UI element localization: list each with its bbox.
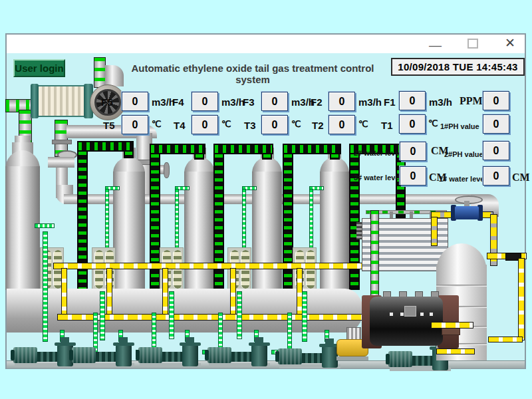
fan-outlet-duct bbox=[105, 65, 124, 86]
flow-f2-unit: m3/h bbox=[358, 96, 382, 108]
temp-t3-label: T3 bbox=[244, 120, 256, 131]
drain-pipe bbox=[169, 291, 174, 339]
water3-value: 0 bbox=[400, 166, 426, 186]
boiler-outlet-pipe bbox=[431, 322, 473, 329]
liquid-pipe bbox=[61, 268, 67, 315]
flow-pipe bbox=[94, 57, 106, 88]
temp-t4-label: T4 bbox=[174, 120, 186, 131]
liquid-pipe bbox=[162, 268, 168, 315]
storage-column bbox=[5, 166, 40, 290]
ph1-value: 0 bbox=[483, 114, 509, 134]
flow-f3-label: F3 bbox=[243, 96, 255, 108]
flow-f1-value: 0 bbox=[399, 91, 426, 110]
page-title: Automatic ethylene oxide tail gas treatm… bbox=[120, 63, 386, 85]
scrubber-feed-pipe bbox=[431, 217, 438, 246]
close-icon[interactable]: ✕ bbox=[505, 37, 515, 49]
temp-t5-value: 0 bbox=[122, 115, 148, 134]
flow-f2-value: 0 bbox=[329, 92, 355, 111]
instrument-pipe bbox=[242, 189, 246, 251]
boiler-port bbox=[404, 306, 416, 317]
flow-riser-pipe bbox=[213, 153, 224, 290]
flow-riser-pipe bbox=[150, 153, 160, 290]
instrument-pipe bbox=[175, 189, 179, 251]
flow-f5-unit: m3/h bbox=[152, 96, 175, 108]
pump-discharge-pipe bbox=[436, 348, 475, 354]
liquid-pipe bbox=[230, 268, 236, 315]
circulation-pump-4[interactable] bbox=[207, 339, 286, 368]
maximize-icon[interactable] bbox=[467, 39, 478, 49]
flow-f3-value: 0 bbox=[261, 92, 288, 111]
flow-f2-label: F2 bbox=[311, 96, 323, 108]
drain-pipe bbox=[237, 291, 242, 339]
ppm-label: PPM bbox=[460, 95, 483, 107]
flow-f4-label: F4 bbox=[172, 96, 184, 108]
pipe-flange bbox=[164, 162, 170, 178]
flow-riser-pipe bbox=[330, 153, 340, 160]
flow-riser-pipe bbox=[262, 153, 272, 160]
flow-riser-pipe bbox=[124, 150, 134, 158]
drain-pipe bbox=[35, 223, 55, 228]
minimize-icon[interactable]: — bbox=[429, 39, 442, 51]
dosing-valve-base bbox=[336, 356, 368, 360]
temp-t2-value: 0 bbox=[329, 115, 355, 134]
flow-f5-label: F5 bbox=[101, 96, 113, 108]
boiler-light bbox=[420, 313, 424, 316]
ph1-label: 1#PH value bbox=[440, 122, 479, 130]
flow-f1-unit: m3/h bbox=[429, 96, 452, 108]
flow-f4-value: 0 bbox=[192, 92, 218, 111]
temp-t3-value: 0 bbox=[261, 115, 288, 134]
absorber-tank-4 bbox=[320, 172, 349, 290]
hmi-screen: — ✕ User login Automatic ethylene oxide … bbox=[0, 0, 532, 399]
flow-f5-value: 0 bbox=[122, 92, 148, 111]
temp-t4-value: 0 bbox=[192, 115, 218, 134]
ppm-value: 0 bbox=[483, 91, 509, 110]
water2-label: 2# water level bbox=[354, 149, 402, 157]
gate-valve[interactable] bbox=[48, 157, 74, 168]
blue-control-valve[interactable] bbox=[455, 206, 479, 219]
boiler bbox=[370, 297, 443, 346]
temp-t3-unit: ℃ bbox=[291, 119, 301, 129]
dosing-valve-actuator bbox=[346, 327, 361, 340]
temp-t4-unit: ℃ bbox=[221, 119, 231, 129]
boiler-light bbox=[430, 313, 433, 316]
temp-t1-unit: ℃ bbox=[428, 118, 438, 128]
drain-pipe bbox=[302, 291, 307, 342]
flow-riser-pipe bbox=[283, 153, 293, 290]
boiler-light bbox=[400, 313, 404, 316]
heat-exchanger bbox=[39, 85, 84, 117]
heat-exchanger bbox=[31, 84, 39, 118]
temp-t2-label: T2 bbox=[312, 120, 324, 131]
instrument-pipe bbox=[105, 189, 109, 251]
drain-pipe bbox=[100, 291, 105, 340]
drain-pipe bbox=[43, 231, 48, 342]
flow-f1-label: F1 bbox=[384, 96, 396, 108]
water2-value: 0 bbox=[400, 142, 426, 161]
boiler-light bbox=[390, 313, 393, 316]
flow-riser-pipe bbox=[194, 153, 204, 160]
water1-unit: CM bbox=[512, 172, 530, 184]
user-login-button[interactable]: User login bbox=[13, 59, 65, 77]
pipe-flange bbox=[52, 140, 72, 144]
scrubber-return-pipe bbox=[488, 336, 523, 342]
ph2-value: 0 bbox=[483, 141, 509, 160]
temp-t2-unit: ℃ bbox=[358, 119, 368, 129]
ph2-label: 2#PH value bbox=[444, 150, 483, 158]
datetime-display: 10/09/2018 TUE 14:45:43 bbox=[391, 58, 525, 76]
instrument-pipe bbox=[309, 189, 313, 251]
water1-label: 1# water level bbox=[439, 175, 487, 183]
temp-t5-unit: ℃ bbox=[152, 119, 162, 129]
flow-f4-unit: m3/h bbox=[221, 96, 245, 108]
temp-t1-value: 0 bbox=[399, 114, 426, 134]
water3-label: 3# water level bbox=[354, 174, 402, 182]
temp-t1-label: T1 bbox=[381, 120, 393, 131]
horizontal-vessel bbox=[7, 289, 363, 332]
temp-t5-label: T5 bbox=[103, 120, 115, 131]
liquid-pipe bbox=[106, 268, 112, 315]
water1-value: 0 bbox=[483, 166, 509, 186]
scrubber-outlet-pipe bbox=[518, 258, 525, 340]
